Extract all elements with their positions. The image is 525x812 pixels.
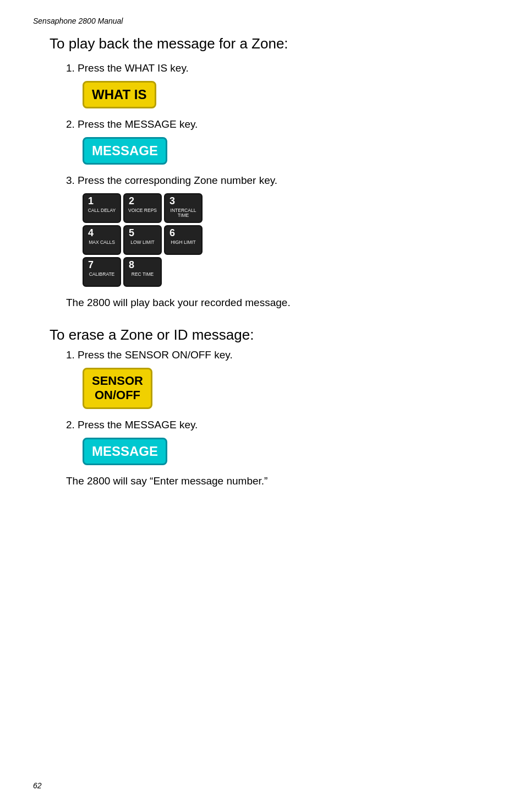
- step-s2-2-text: 2. Press the MESSAGE key.: [66, 419, 492, 431]
- whatIs-key: WHAT IS: [83, 81, 156, 108]
- zone-key-8: 8REC TIME: [123, 257, 162, 287]
- sensor-key-image: SENSOR ON/OFF: [83, 368, 492, 409]
- sensor-key: SENSOR ON/OFF: [83, 368, 152, 409]
- zone-key-label: CALL DELAY: [88, 208, 116, 213]
- page-header: Sensaphone 2800 Manual: [33, 17, 492, 25]
- step-s2-1-text: 1. Press the SENSOR ON/OFF key.: [66, 349, 492, 361]
- sensor-line1: SENSOR: [92, 374, 143, 388]
- zone-key-num: 8: [129, 260, 134, 271]
- zone-key-label: VOICE REPS: [128, 208, 157, 213]
- zone-key-num: 1: [88, 196, 94, 207]
- message2-key: MESSAGE: [83, 438, 167, 465]
- zone-key-label: HIGH LIMIT: [171, 240, 195, 245]
- zone-key-1: 1CALL DELAY: [83, 193, 121, 223]
- whatIs-key-image: WHAT IS: [83, 81, 492, 108]
- zone-key-5: 5LOW LIMIT: [123, 225, 162, 255]
- zone-key-label: MAX CALLS: [89, 240, 115, 245]
- zone-key-label: CALIBRATE: [89, 272, 115, 277]
- zone-key-num: 5: [129, 228, 134, 239]
- zone-key-7: 7CALIBRATE: [83, 257, 121, 287]
- zone-key-label: INTERCALL TIME: [167, 208, 199, 219]
- step1-text: 1. Press the WHAT IS key.: [66, 62, 492, 74]
- zone-key-label: REC TIME: [132, 272, 154, 277]
- message2-key-image: MESSAGE: [83, 438, 492, 465]
- section2-heading: To erase a Zone or ID message:: [50, 326, 492, 344]
- zone-key-2: 2VOICE REPS: [123, 193, 162, 223]
- message1-key-image: MESSAGE: [83, 137, 492, 165]
- message1-key: MESSAGE: [83, 137, 167, 165]
- zone-key-num: 2: [129, 196, 134, 207]
- page-footer: 62: [33, 781, 42, 790]
- section2-result: The 2800 will say “Enter message number.…: [66, 475, 492, 487]
- zone-key-num: 4: [88, 228, 94, 239]
- zone-keys-grid-container: 1CALL DELAY2VOICE REPS3INTERCALL TIME4MA…: [83, 193, 492, 287]
- zone-key-3: 3INTERCALL TIME: [164, 193, 203, 223]
- zone-key-label: LOW LIMIT: [130, 240, 154, 245]
- zone-key-num: 3: [169, 196, 175, 207]
- step3-text: 3. Press the corresponding Zone number k…: [66, 175, 492, 187]
- zone-key-num: 7: [88, 260, 94, 271]
- zone-keys-grid: 1CALL DELAY2VOICE REPS3INTERCALL TIME4MA…: [83, 193, 203, 287]
- section1-heading: To play back the message for a Zone:: [50, 35, 492, 52]
- zone-key-num: 6: [169, 228, 175, 239]
- sensor-line2: ON/OFF: [95, 388, 140, 402]
- section1-result: The 2800 will play back your recorded me…: [66, 297, 492, 309]
- zone-key-6: 6HIGH LIMIT: [164, 225, 203, 255]
- step2-text: 2. Press the MESSAGE key.: [66, 118, 492, 130]
- zone-key-4: 4MAX CALLS: [83, 225, 121, 255]
